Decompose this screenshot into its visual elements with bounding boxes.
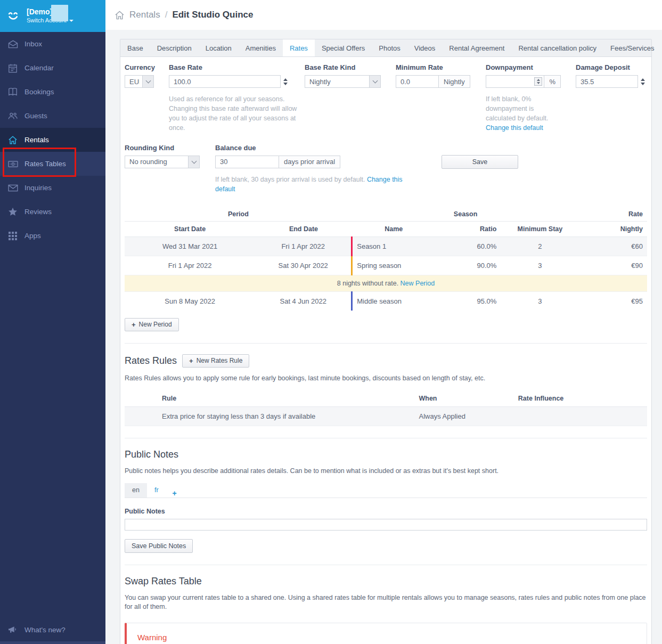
- sidebar-item-label: Apps: [24, 232, 41, 240]
- column-when: When: [414, 390, 513, 407]
- downpayment-help: If left blank, 0% downpayment is calcula…: [486, 94, 563, 133]
- currency-label: Currency: [125, 63, 154, 71]
- tab-description[interactable]: Description: [150, 39, 199, 56]
- gap-text: 8 nights without rate.: [337, 280, 401, 287]
- breadcrumb-separator: /: [165, 10, 168, 20]
- breadcrumb-section[interactable]: Rentals: [129, 10, 160, 20]
- season-row[interactable]: Fri 1 Apr 2022 Sat 30 Apr 2022 Spring se…: [125, 256, 647, 275]
- currency-select[interactable]: EUR €: [125, 75, 154, 88]
- new-period-link[interactable]: New Period: [401, 280, 435, 287]
- tab-location[interactable]: Location: [199, 39, 239, 56]
- change-default-link[interactable]: Change this default: [486, 124, 543, 132]
- star-icon: [6, 207, 19, 217]
- season-name: Season 1: [352, 237, 436, 256]
- sidebar-item-inquiries[interactable]: Inquiries: [0, 176, 105, 200]
- rates-rules-title: Rates Rules: [125, 355, 177, 366]
- season-name: Spring season: [352, 256, 436, 275]
- public-notes-title: Public Notes: [125, 449, 178, 460]
- sidebar-item-label: Guests: [24, 112, 47, 120]
- column-rate-influence: Rate Influence: [514, 390, 647, 407]
- new-rates-rule-button[interactable]: + New Rates Rule: [182, 354, 249, 368]
- calendar-icon: [6, 63, 19, 74]
- number-stepper-icon[interactable]: [280, 75, 290, 88]
- sidebar-item-rentals[interactable]: Rentals: [0, 128, 105, 152]
- home-breadcrumb-icon[interactable]: [115, 10, 125, 20]
- downpayment-label: Downpayment: [486, 63, 561, 71]
- rounding-kind-select[interactable]: No rounding: [125, 156, 200, 168]
- base-rate-kind-select[interactable]: Nightly: [305, 75, 381, 88]
- number-stepper-icon[interactable]: [638, 75, 647, 88]
- swap-rates-table-description: You can swap your current rates table to…: [125, 593, 647, 612]
- rates-rule-row[interactable]: Extra price for staying less than 3 days…: [125, 407, 647, 426]
- lang-tab-fr[interactable]: fr: [147, 483, 166, 498]
- season-nightly-rate: €90: [579, 256, 647, 275]
- sidebar-item-calendar[interactable]: Calendar: [0, 56, 105, 80]
- season-row[interactable]: Wed 31 Mar 2021 Fri 1 Apr 2022 Season 1 …: [125, 237, 647, 256]
- page-title: Edit Studio Quince: [172, 10, 253, 20]
- tab-amenities[interactable]: Amenities: [239, 39, 283, 56]
- base-rate-kind-label: Base Rate Kind: [305, 63, 381, 71]
- currency-value: EUR €: [129, 78, 140, 86]
- chevron-down-icon: [188, 156, 199, 168]
- season-minimum-stay: 3: [501, 291, 579, 311]
- banknote-icon: [6, 159, 19, 169]
- section-divider: [125, 565, 647, 565]
- sidebar-item-guests[interactable]: Guests: [0, 104, 105, 128]
- season-minimum-stay: 3: [501, 256, 579, 275]
- lang-tab-en[interactable]: en: [125, 483, 147, 498]
- number-stepper-icon[interactable]: [534, 77, 542, 86]
- damage-deposit-input[interactable]: [576, 75, 647, 88]
- season-row[interactable]: Sun 8 May 2022 Sat 4 Jun 2022 Middle sea…: [125, 291, 647, 311]
- downpayment-addon: %: [544, 75, 561, 88]
- tab-rental-cancellation-policy[interactable]: Rental cancellation policy: [511, 39, 603, 56]
- minimum-rate-input[interactable]: [396, 75, 439, 88]
- sidebar-item-label: Rates Tables: [24, 160, 66, 168]
- tab-base[interactable]: Base: [120, 39, 150, 56]
- season-ratio: 60.0%: [436, 237, 501, 256]
- balance-due-input[interactable]: [215, 156, 279, 168]
- sidebar-item-inbox[interactable]: Inbox: [0, 32, 105, 56]
- public-notes-input[interactable]: [125, 519, 647, 531]
- section-divider: [125, 343, 647, 344]
- tab-videos[interactable]: Videos: [407, 39, 443, 56]
- guests-icon: [6, 111, 19, 121]
- season-start-date: Fri 1 Apr 2022: [125, 256, 255, 275]
- home-icon: [6, 135, 19, 145]
- add-language-button[interactable]: +: [166, 489, 183, 498]
- sidebar-item-apps[interactable]: Apps: [0, 224, 105, 248]
- new-period-button[interactable]: + New Period: [125, 318, 179, 331]
- column-ratio: Ratio: [436, 221, 501, 237]
- minimum-rate-label: Minimum Rate: [396, 63, 473, 71]
- tab-photos[interactable]: Photos: [372, 39, 407, 56]
- sidebar-item-rates-tables[interactable]: Rates Tables: [0, 152, 105, 176]
- sidebar-item-label: Reviews: [24, 208, 52, 216]
- column-nightly: Nightly: [579, 221, 647, 237]
- sidebar-item-whats-new[interactable]: What's new?: [0, 619, 105, 640]
- tab-fees-services[interactable]: Fees/Services: [603, 39, 661, 56]
- rounding-kind-label: Rounding Kind: [125, 144, 200, 152]
- season-end-date: Sat 4 Jun 2022: [255, 291, 352, 311]
- season-name: Middle season: [352, 291, 436, 311]
- seasons-table: Period Season Rate Start Date End Date N…: [125, 208, 647, 311]
- chevron-down-icon: [369, 76, 380, 87]
- save-public-notes-button[interactable]: Save Public Notes: [125, 539, 193, 553]
- base-rate-input[interactable]: [169, 75, 290, 88]
- rental-tabs: Base Description Location Amenities Rate…: [120, 39, 651, 57]
- column-rule: Rule: [125, 390, 414, 407]
- tab-rental-agreement[interactable]: Rental Agreement: [442, 39, 511, 56]
- column-minimum-stay: Minimum Stay: [501, 221, 579, 237]
- breadcrumb: Rentals / Edit Studio Quince: [115, 10, 253, 20]
- account-header[interactable]: [Demo] M. Switch Account: [0, 0, 105, 32]
- save-button[interactable]: Save: [442, 155, 518, 169]
- tab-special-offers[interactable]: Special Offers: [315, 39, 372, 56]
- damage-deposit-label: Damage Deposit: [576, 63, 647, 71]
- sidebar-item-bookings[interactable]: Bookings: [0, 80, 105, 104]
- warning-title: Warning: [137, 633, 636, 642]
- brand-logo-icon: [5, 7, 23, 25]
- column-name: Name: [352, 221, 436, 237]
- base-rate-kind-value: Nightly: [309, 78, 331, 86]
- sidebar-item-label: What's new?: [24, 626, 66, 634]
- sidebar-item-label: Rentals: [24, 136, 49, 144]
- tab-rates[interactable]: Rates: [283, 39, 315, 56]
- sidebar-item-reviews[interactable]: Reviews: [0, 200, 105, 224]
